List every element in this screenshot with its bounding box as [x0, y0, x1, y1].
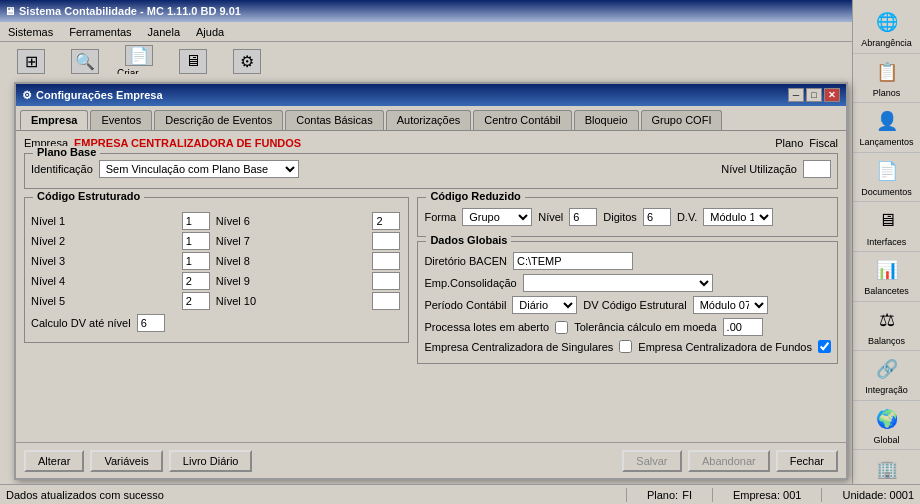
fechar-button[interactable]: Fechar	[776, 450, 838, 472]
tolerancia-input[interactable]	[723, 318, 763, 336]
dv-codigo-select[interactable]: Módulo 07 Módulo 11 Nenhum	[693, 296, 768, 314]
status-plano-label: Plano:	[647, 489, 678, 501]
sidebar-documentos[interactable]: 📄 Documentos	[853, 153, 920, 203]
nivel7-label: Nível 7	[216, 235, 369, 247]
tab-grupo-cofi[interactable]: Grupo COFI	[641, 110, 723, 130]
emp-consolidacao-select[interactable]	[523, 274, 713, 292]
dialog-title: Configurações Empresa	[36, 89, 163, 101]
status-bar: Dados atualizados com sucesso Plano: FI …	[0, 484, 920, 504]
nivel1-input[interactable]	[182, 212, 210, 230]
nivel2-input[interactable]	[182, 232, 210, 250]
two-col-section: Código Estruturado Nível 1 Nível 6 Nível…	[24, 193, 838, 368]
sidebar-abrangencia[interactable]: 🌐 Abrangência	[853, 4, 920, 54]
dv-codigo-label: DV Código Estrutural	[583, 299, 686, 311]
plano-label: Plano	[775, 137, 803, 149]
nivel5-input[interactable]	[182, 292, 210, 310]
identificacao-select[interactable]: Sem Vinculação com Plano Base	[99, 160, 299, 178]
nivel8-label: Nível 8	[216, 255, 369, 267]
nivel5-label: Nível 5	[31, 295, 178, 307]
menu-janela[interactable]: Janela	[144, 25, 184, 39]
dialog-close[interactable]: ✕	[824, 88, 840, 102]
sidebar-interfaces-label: Interfaces	[867, 237, 907, 247]
codigo-reduzido-label: Código Reduzido	[426, 190, 524, 202]
balancos-icon: ⚖	[871, 306, 903, 334]
dv-select[interactable]: Módulo 11 Módulo 10 Nenhum	[703, 208, 773, 226]
diretorio-bacen-label: Diretório BACEN	[424, 255, 507, 267]
tab-centro-contabil[interactable]: Centro Contábil	[473, 110, 571, 130]
sidebar-interfaces[interactable]: 🖥 Interfaces	[853, 202, 920, 252]
nivel9-label: Nível 9	[216, 275, 369, 287]
sidebar-lancamentos[interactable]: 👤 Lançamentos	[853, 103, 920, 153]
cr-nivel-input[interactable]	[569, 208, 597, 226]
status-plano-value: FI	[682, 489, 692, 501]
forma-label: Forma	[424, 211, 456, 223]
nivel9-input[interactable]	[372, 272, 400, 290]
emp-consolidacao-label: Emp.Consolidação	[424, 277, 516, 289]
tolerancia-label: Tolerância cálculo em moeda	[574, 321, 716, 333]
codigo-reduzido-dados-col: Código Reduzido Forma Grupo Individual N…	[417, 193, 838, 368]
nivel7-input[interactable]	[372, 232, 400, 250]
dialog-body: Empresa EMPRESA CENTRALIZADORA DE FUNDOS…	[16, 130, 846, 374]
periodo-select[interactable]: Diário Mensal	[512, 296, 577, 314]
empresa-value: EMPRESA CENTRALIZADORA DE FUNDOS	[74, 137, 301, 149]
empresa-icon: 🏢	[871, 455, 903, 483]
dialog-maximize[interactable]: □	[806, 88, 822, 102]
sidebar-integracao[interactable]: 🔗 Integração	[853, 351, 920, 401]
emp-singulares-checkbox[interactable]	[619, 340, 632, 353]
sidebar-global[interactable]: 🌍 Global	[853, 401, 920, 451]
nivel3-label: Nível 3	[31, 255, 178, 267]
codigo-estruturado-col: Código Estruturado Nível 1 Nível 6 Nível…	[24, 193, 409, 368]
ordenar-icon: ⊞	[17, 49, 45, 74]
variaveis-button[interactable]: Variáveis	[90, 450, 162, 472]
salvar-button[interactable]: Salvar	[622, 450, 682, 472]
codigo-reduzido-group: Código Reduzido Forma Grupo Individual N…	[417, 197, 838, 237]
diretorio-bacen-input[interactable]	[513, 252, 633, 270]
menu-sistemas[interactable]: Sistemas	[4, 25, 57, 39]
menu-ajuda[interactable]: Ajuda	[192, 25, 228, 39]
dialog-footer: Alterar Variáveis Livro Diário Salvar Ab…	[16, 442, 846, 478]
dados-globais-group: Dados Globais Diretório BACEN Emp.Consol…	[417, 241, 838, 364]
digitos-input[interactable]	[643, 208, 671, 226]
dialog-minimize[interactable]: ─	[788, 88, 804, 102]
livro-diario-button[interactable]: Livro Diário	[169, 450, 253, 472]
calculo-input[interactable]	[137, 314, 165, 332]
nivel6-input[interactable]	[372, 212, 400, 230]
nivel-utilizacao-label: Nível Utilização	[721, 163, 797, 175]
tab-bloqueio[interactable]: Bloqueio	[574, 110, 639, 130]
sidebar-balancetes[interactable]: 📊 Balancetes	[853, 252, 920, 302]
sidebar-balancos[interactable]: ⚖ Balanços	[853, 302, 920, 352]
tab-eventos[interactable]: Eventos	[90, 110, 152, 130]
forma-select[interactable]: Grupo Individual	[462, 208, 532, 226]
nivel10-label: Nível 10	[216, 295, 369, 307]
nivel-utilizacao-input[interactable]	[803, 160, 831, 178]
codigo-estruturado-label: Código Estruturado	[33, 190, 144, 202]
nivel8-input[interactable]	[372, 252, 400, 270]
right-sidebar: 🌐 Abrangência 📋 Planos 👤 Lançamentos 📄 D…	[852, 0, 920, 504]
nivel6-label: Nível 6	[216, 215, 369, 227]
processa-label: Processa lotes em aberto	[424, 321, 549, 333]
status-empresa: Empresa: 001	[733, 489, 801, 501]
emp-singulares-label: Empresa Centralizadora de Singulares	[424, 341, 613, 353]
identificacao-label: Identificação	[31, 163, 93, 175]
tab-empresa[interactable]: Empresa	[20, 110, 88, 130]
sidebar-integracao-icon: 🔗	[871, 355, 903, 383]
dv-label: D.V.	[677, 211, 697, 223]
nivel10-input[interactable]	[372, 292, 400, 310]
tab-contas-basicas[interactable]: Contas Básicas	[285, 110, 383, 130]
dialog-icon: ⚙	[22, 89, 32, 102]
status-sep1	[626, 488, 627, 502]
sidebar-planos[interactable]: 📋 Planos	[853, 54, 920, 104]
tab-autorizacoes[interactable]: Autorizações	[386, 110, 472, 130]
processa-checkbox[interactable]	[555, 321, 568, 334]
nivel4-input[interactable]	[182, 272, 210, 290]
menu-ferramentas[interactable]: Ferramentas	[65, 25, 135, 39]
emp-fundos-checkbox[interactable]	[818, 340, 831, 353]
alterar-button[interactable]: Alterar	[24, 450, 84, 472]
tab-descricao-eventos[interactable]: Descrição de Eventos	[154, 110, 283, 130]
abandonar-button[interactable]: Abandonar	[688, 450, 770, 472]
sidebar-balancetes-label: Balancetes	[864, 286, 909, 296]
sidebar-lancamentos-label: Lançamentos	[859, 137, 913, 147]
plano-base-group: Plano Base Identificação Sem Vinculação …	[24, 153, 838, 189]
codigo-estruturado-group: Código Estruturado Nível 1 Nível 6 Nível…	[24, 197, 409, 343]
nivel3-input[interactable]	[182, 252, 210, 270]
